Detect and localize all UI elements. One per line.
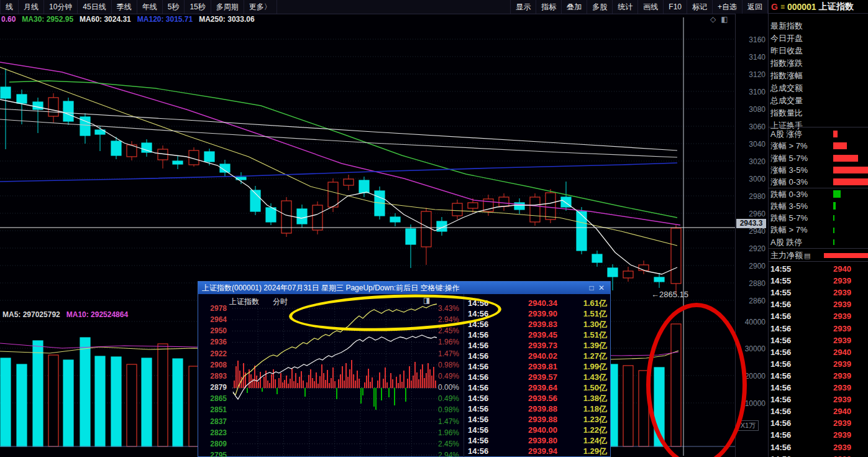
tool-menu-item[interactable]: 叠加 <box>562 0 587 14</box>
popup-tick-price: 2939.90 <box>503 308 557 319</box>
period-menu: 线月线10分钟45日线季线年线5秒15秒多周期更多〉 <box>0 0 277 14</box>
tick-price: 2939 <box>833 287 851 298</box>
tick-price: 2939 <box>833 275 851 287</box>
popup-tick-row[interactable]: 14:562940.021.27亿 <box>465 351 610 361</box>
sidebar-info-label[interactable]: 最新指数 <box>769 20 868 32</box>
popup-tick-row[interactable]: 14:562939.901.51亿 <box>465 308 610 319</box>
popup-tick-amount: 1.43亿 <box>559 372 607 382</box>
popup-tick-row[interactable]: 14:562939.831.30亿 <box>465 319 610 330</box>
tick-row[interactable]: 14:562939 <box>769 323 868 335</box>
tick-row[interactable]: 14:562939 <box>769 429 868 441</box>
tick-row[interactable]: 14:562939 <box>769 453 868 457</box>
tool-menu-item[interactable]: 统计 <box>613 0 638 14</box>
popup-tick-row[interactable]: 14:562939.451.51亿 <box>465 330 610 340</box>
sidebar-info-label[interactable]: 总成交额 <box>769 82 868 95</box>
period-menu-item[interactable]: 月线 <box>19 0 44 14</box>
mini-window-icon[interactable]: ◧ <box>721 15 728 24</box>
volume-axis-label: 20000 <box>738 372 765 381</box>
tool-menu-item[interactable]: 返回 <box>742 0 768 14</box>
tool-menu-item[interactable]: 多股 <box>587 0 613 14</box>
period-menu-item[interactable]: 45日线 <box>78 0 111 14</box>
tool-menu-item[interactable]: 显示 <box>510 0 536 14</box>
tick-row[interactable]: 14:562939 <box>769 394 868 405</box>
tool-menu-item[interactable]: 画线 <box>638 0 664 14</box>
tool-menu-item[interactable]: +自选 <box>713 0 742 14</box>
tick-price: 2939 <box>833 335 851 346</box>
popup-mode-label[interactable]: 分时 <box>273 297 288 307</box>
period-menu-item[interactable]: 多周期 <box>211 0 244 14</box>
tick-row[interactable]: 14:562940 <box>769 405 868 417</box>
popup-tick-row[interactable]: 14:562940.341.61亿 <box>465 298 610 308</box>
tool-menu-item[interactable]: 标记 <box>687 0 713 14</box>
sidebar-updown-bar <box>833 202 836 210</box>
sidebar-updown-label[interactable]: 跌幅 5-7% <box>769 212 868 224</box>
tool-menu-item[interactable]: 指标 <box>536 0 562 14</box>
popup-tick-row[interactable]: 14:562939.731.39亿 <box>465 340 610 351</box>
popup-panel-icon[interactable]: ◨ <box>423 296 430 305</box>
volume-bar <box>17 364 27 446</box>
tick-row[interactable]: 14:562939 <box>769 382 868 394</box>
period-menu-item[interactable]: 更多〉 <box>244 0 277 14</box>
symbol-header[interactable]: G ≡ 000001 上证指数 <box>768 0 868 14</box>
tick-row[interactable]: 14:562939 <box>769 335 868 346</box>
volume-bar <box>173 359 183 446</box>
popup-tick-row[interactable]: 14:562939.641.50亿 <box>465 382 610 393</box>
sidebar-info-label[interactable]: 指数涨幅 <box>769 70 868 82</box>
tick-price: 2939 <box>833 394 851 405</box>
popup-tick-row[interactable]: 14:562939.811.99亿 <box>465 361 610 372</box>
candle-body <box>468 203 478 208</box>
candle-body <box>63 101 73 121</box>
popup-tick-row[interactable]: 14:562940.001.22亿 <box>465 425 610 435</box>
intraday-popup-window[interactable]: 上证指数(000001) 2024年07月31日 星期三 PageUp/Down… <box>198 281 611 457</box>
period-menu-item[interactable]: 线 <box>0 0 19 14</box>
popup-tick-row[interactable]: 14:562939.881.18亿 <box>465 404 610 414</box>
sidebar-updown-label[interactable]: A股 跌停 <box>769 236 868 248</box>
sidebar-info-label[interactable]: 今日开盘 <box>769 32 868 45</box>
sidebar-updown-label[interactable]: 跌幅 0-3% <box>769 188 868 200</box>
list-icon[interactable]: ▤ <box>804 252 810 259</box>
period-menu-item[interactable]: 5秒 <box>163 0 185 14</box>
popup-tick-row[interactable]: 14:562939.881.23亿 <box>465 414 610 425</box>
popup-tick-row[interactable]: 14:562939.561.38亿 <box>465 393 610 404</box>
popup-price-label: 2879 <box>202 383 227 392</box>
sidebar-updown-label[interactable]: 跌幅 > 7% <box>769 224 868 236</box>
main-flow-label[interactable]: 主力净额▤ <box>769 249 868 262</box>
popup-tick-row[interactable]: 14:562939.801.24亿 <box>465 435 610 446</box>
tick-row[interactable]: 14:562939 <box>769 358 868 370</box>
tick-row[interactable]: 14:552940 <box>769 263 868 275</box>
period-menu-item[interactable]: 10分钟 <box>44 0 78 14</box>
sidebar-updown-label[interactable]: 涨幅 > 7% <box>769 140 868 152</box>
sidebar-info-label[interactable]: 指数涨跌 <box>769 57 868 70</box>
tick-time: 14:56 <box>770 358 791 370</box>
sidebar-updown-label[interactable]: A股 涨停 <box>769 128 868 140</box>
popup-tick-price: 2939.94 <box>503 446 557 456</box>
sidebar-info-label[interactable]: 昨日收盘 <box>769 45 868 57</box>
candle-body <box>33 102 43 109</box>
menu-icon[interactable]: ≡ <box>780 2 785 11</box>
tick-price: 2940 <box>833 405 851 417</box>
tick-row[interactable]: 14:562939 <box>769 310 868 322</box>
tick-row[interactable]: 14:552939 <box>769 287 868 298</box>
tick-row[interactable]: 14:562939 <box>769 441 868 453</box>
tick-row[interactable]: 14:562940 <box>769 346 868 358</box>
period-menu-item[interactable]: 年线 <box>137 0 163 14</box>
candle-body <box>406 229 416 244</box>
popup-tick-time: 14:56 <box>468 404 488 414</box>
sidebar-info-label[interactable]: 总成交量 <box>769 95 868 107</box>
tick-row[interactable]: 14:562939 <box>769 370 868 382</box>
tick-row[interactable]: 14:562939 <box>769 298 868 310</box>
sidebar-info-label[interactable]: 指数量比 <box>769 107 868 119</box>
popup-tick-row[interactable]: 14:562939.941.29亿 <box>465 446 610 456</box>
tool-menu-item[interactable]: F10 <box>664 0 687 14</box>
sidebar-updown-label[interactable]: 涨幅 5-7% <box>769 152 868 164</box>
tick-row[interactable]: 14:552939 <box>769 275 868 287</box>
diamond-icon[interactable]: ◇ <box>710 15 716 24</box>
sidebar-updown-label[interactable]: 涨幅 0-3% <box>769 176 868 188</box>
sidebar-updown-label[interactable]: 跌幅 3-5% <box>769 200 868 212</box>
sidebar-updown-label[interactable]: 涨幅 3-5% <box>769 164 868 176</box>
period-menu-item[interactable]: 季线 <box>112 0 137 14</box>
tick-row[interactable]: 14:562939 <box>769 417 868 429</box>
period-menu-item[interactable]: 15秒 <box>185 0 211 14</box>
volume-bar <box>654 367 664 446</box>
popup-tick-row[interactable]: 14:562939.571.43亿 <box>465 372 610 382</box>
